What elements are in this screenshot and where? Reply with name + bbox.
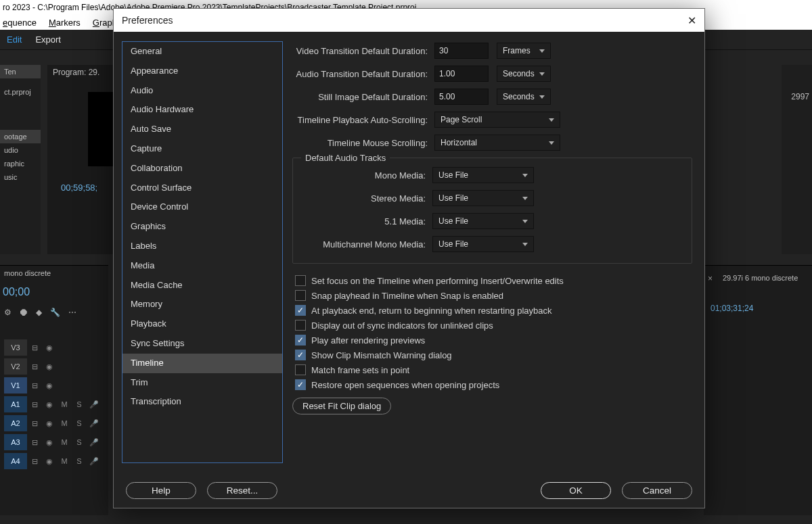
category-sync-settings[interactable]: Sync Settings bbox=[122, 334, 282, 354]
category-labels[interactable]: Labels bbox=[122, 237, 282, 256]
category-device-control[interactable]: Device Control bbox=[122, 197, 282, 217]
mousescroll-select[interactable]: Horizontal bbox=[434, 135, 560, 151]
autoscroll-select[interactable]: Page Scroll bbox=[434, 112, 560, 128]
mute-button[interactable]: M bbox=[57, 419, 72, 427]
video-trans-input[interactable]: 30 bbox=[434, 43, 489, 59]
category-auto-save[interactable]: Auto Save bbox=[122, 120, 282, 139]
audio-trans-unit[interactable]: Seconds bbox=[497, 66, 551, 82]
audio-trans-input[interactable]: 1.00 bbox=[434, 66, 489, 82]
mute-button[interactable]: M bbox=[57, 457, 72, 465]
checkbox-row-3[interactable]: Display out of sync indicators for unlin… bbox=[292, 318, 692, 333]
seq-name[interactable]: mono discrete bbox=[0, 266, 108, 281]
track-label[interactable]: A2 bbox=[4, 415, 27, 431]
checkbox-icon[interactable] bbox=[295, 305, 306, 316]
eye-icon[interactable]: ◉ bbox=[42, 343, 57, 352]
eye-icon[interactable]: ◉ bbox=[42, 362, 57, 371]
eye-icon[interactable]: ◉ bbox=[42, 457, 57, 466]
checkbox-row-5[interactable]: Show Clip Mismatch Warning dialog bbox=[292, 348, 692, 362]
settings-icon[interactable]: 🔧 bbox=[50, 308, 60, 317]
lock-icon[interactable]: ⊟ bbox=[27, 457, 42, 466]
still-dur-unit[interactable]: Seconds bbox=[497, 89, 551, 105]
category-control-surface[interactable]: Control Surface bbox=[122, 178, 282, 198]
checkbox-icon[interactable] bbox=[295, 335, 306, 346]
track-a1[interactable]: A1⊟◉MS🎤 bbox=[0, 395, 108, 414]
lock-icon[interactable]: ⊟ bbox=[27, 362, 42, 371]
checkbox-row-2[interactable]: At playback end, return to beginning whe… bbox=[292, 303, 692, 318]
track-label[interactable]: A3 bbox=[4, 434, 27, 450]
category-audio[interactable]: Audio bbox=[122, 81, 282, 101]
item-graphic[interactable]: raphic bbox=[0, 157, 41, 170]
help-button[interactable]: Help bbox=[126, 482, 196, 499]
category-trim[interactable]: Trim bbox=[122, 373, 282, 393]
cancel-button[interactable]: Cancel bbox=[622, 482, 692, 499]
category-playback[interactable]: Playback bbox=[122, 314, 282, 334]
checkbox-row-0[interactable]: Set focus on the Timeline when performin… bbox=[292, 273, 692, 288]
checkbox-row-4[interactable]: Play after rendering previews bbox=[292, 333, 692, 348]
category-collaboration[interactable]: Collaboration bbox=[122, 159, 282, 178]
mono-select[interactable]: Use File bbox=[432, 167, 534, 183]
item-audio[interactable]: udio bbox=[0, 143, 41, 157]
voice-icon[interactable]: 🎤 bbox=[87, 419, 102, 428]
category-graphics[interactable]: Graphics bbox=[122, 217, 282, 237]
track-v3[interactable]: V3⊟◉ bbox=[0, 338, 108, 357]
checkbox-row-6[interactable]: Match frame sets in point bbox=[292, 362, 692, 377]
category-timeline[interactable]: Timeline bbox=[122, 354, 282, 373]
lock-icon[interactable]: ⊟ bbox=[27, 343, 42, 352]
category-capture[interactable]: Capture bbox=[122, 139, 282, 159]
item-prproj[interactable]: ct.prproj bbox=[0, 85, 41, 99]
checkbox-row-7[interactable]: Restore open sequences when opening proj… bbox=[292, 377, 692, 392]
lock-icon[interactable]: ⊟ bbox=[27, 381, 42, 390]
stereo-select[interactable]: Use File bbox=[432, 190, 534, 206]
more-icon[interactable]: ⋯ bbox=[68, 308, 76, 317]
eye-icon[interactable]: ◉ bbox=[42, 438, 57, 447]
checkbox-icon[interactable] bbox=[295, 379, 306, 390]
workspace-edit[interactable]: Edit bbox=[7, 34, 22, 45]
menu-sequence[interactable]: equence bbox=[3, 18, 37, 28]
timeline2-title[interactable]: 29.97i 6 mono discrete bbox=[723, 274, 798, 282]
mute-button[interactable]: M bbox=[57, 400, 72, 408]
voice-icon[interactable]: 🎤 bbox=[87, 457, 102, 466]
track-a3[interactable]: A3⊟◉MS🎤 bbox=[0, 433, 108, 452]
category-memory[interactable]: Memory bbox=[122, 295, 282, 314]
checkbox-icon[interactable] bbox=[295, 275, 306, 286]
video-trans-unit[interactable]: Frames bbox=[497, 43, 551, 59]
multi-select[interactable]: Use File bbox=[432, 236, 534, 252]
voice-icon[interactable]: 🎤 bbox=[87, 400, 102, 409]
track-label[interactable]: V3 bbox=[4, 339, 27, 356]
category-audio-hardware[interactable]: Audio Hardware bbox=[122, 100, 282, 120]
track-a2[interactable]: A2⊟◉MS🎤 bbox=[0, 414, 108, 433]
workspace-export[interactable]: Export bbox=[35, 34, 61, 45]
track-v2[interactable]: V2⊟◉ bbox=[0, 357, 108, 376]
menu-markers[interactable]: Markers bbox=[49, 18, 81, 28]
marker-icon[interactable]: ◆ bbox=[36, 308, 42, 317]
mute-button[interactable]: M bbox=[57, 438, 72, 446]
tag-icon[interactable]: ⯃ bbox=[20, 308, 28, 317]
checkbox-icon[interactable] bbox=[295, 290, 306, 301]
ok-button[interactable]: OK bbox=[541, 482, 611, 499]
solo-button[interactable]: S bbox=[72, 457, 87, 465]
solo-button[interactable]: S bbox=[72, 400, 87, 408]
eye-icon[interactable]: ◉ bbox=[42, 419, 57, 428]
solo-button[interactable]: S bbox=[72, 419, 87, 427]
category-transcription[interactable]: Transcription bbox=[122, 392, 282, 412]
checkbox-icon[interactable] bbox=[295, 350, 306, 360]
wrench-icon[interactable]: ⚙ bbox=[4, 308, 12, 317]
reset-button[interactable]: Reset... bbox=[207, 482, 277, 499]
track-a4[interactable]: A4⊟◉MS🎤 bbox=[0, 452, 108, 471]
five1-select[interactable]: Use File bbox=[432, 213, 534, 229]
track-label[interactable]: V1 bbox=[4, 377, 27, 394]
category-media[interactable]: Media bbox=[122, 256, 282, 276]
lock-icon[interactable]: ⊟ bbox=[27, 419, 42, 428]
timeline2-timecode[interactable]: 01;03;31;24 bbox=[710, 304, 753, 313]
close-icon[interactable]: × bbox=[708, 274, 713, 283]
still-dur-input[interactable]: 5.00 bbox=[434, 89, 489, 105]
category-media-cache[interactable]: Media Cache bbox=[122, 276, 282, 295]
checkbox-icon[interactable] bbox=[295, 364, 306, 375]
close-icon[interactable]: ✕ bbox=[687, 14, 696, 27]
item-music[interactable]: usic bbox=[0, 170, 41, 184]
voice-icon[interactable]: 🎤 bbox=[87, 438, 102, 447]
reset-fit-clip-button[interactable]: Reset Fit Clip dialog bbox=[292, 398, 391, 414]
eye-icon[interactable]: ◉ bbox=[42, 381, 57, 390]
track-label[interactable]: A4 bbox=[4, 453, 27, 469]
category-general[interactable]: General bbox=[122, 42, 282, 62]
